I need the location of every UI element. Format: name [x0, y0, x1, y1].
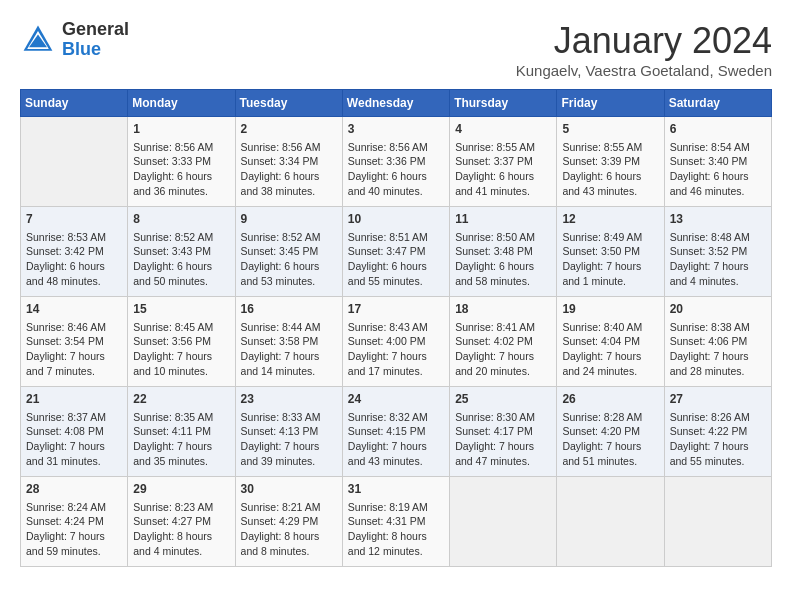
calendar-cell: 2Sunrise: 8:56 AM Sunset: 3:34 PM Daylig… [235, 117, 342, 207]
day-info: Sunrise: 8:35 AM Sunset: 4:11 PM Dayligh… [133, 410, 229, 469]
calendar-cell: 15Sunrise: 8:45 AM Sunset: 3:56 PM Dayli… [128, 297, 235, 387]
day-info: Sunrise: 8:50 AM Sunset: 3:48 PM Dayligh… [455, 230, 551, 289]
day-info: Sunrise: 8:32 AM Sunset: 4:15 PM Dayligh… [348, 410, 444, 469]
weekday-header-tuesday: Tuesday [235, 90, 342, 117]
calendar-cell: 17Sunrise: 8:43 AM Sunset: 4:00 PM Dayli… [342, 297, 449, 387]
calendar-week-5: 28Sunrise: 8:24 AM Sunset: 4:24 PM Dayli… [21, 477, 772, 567]
calendar-week-3: 14Sunrise: 8:46 AM Sunset: 3:54 PM Dayli… [21, 297, 772, 387]
day-number: 18 [455, 301, 551, 318]
day-number: 8 [133, 211, 229, 228]
logo-text: General Blue [62, 20, 129, 60]
day-info: Sunrise: 8:53 AM Sunset: 3:42 PM Dayligh… [26, 230, 122, 289]
calendar-cell: 10Sunrise: 8:51 AM Sunset: 3:47 PM Dayli… [342, 207, 449, 297]
calendar-week-2: 7Sunrise: 8:53 AM Sunset: 3:42 PM Daylig… [21, 207, 772, 297]
calendar-cell: 20Sunrise: 8:38 AM Sunset: 4:06 PM Dayli… [664, 297, 771, 387]
day-number: 7 [26, 211, 122, 228]
day-number: 25 [455, 391, 551, 408]
weekday-header-monday: Monday [128, 90, 235, 117]
day-info: Sunrise: 8:55 AM Sunset: 3:39 PM Dayligh… [562, 140, 658, 199]
day-number: 27 [670, 391, 766, 408]
day-info: Sunrise: 8:48 AM Sunset: 3:52 PM Dayligh… [670, 230, 766, 289]
day-info: Sunrise: 8:37 AM Sunset: 4:08 PM Dayligh… [26, 410, 122, 469]
calendar-cell: 19Sunrise: 8:40 AM Sunset: 4:04 PM Dayli… [557, 297, 664, 387]
day-number: 26 [562, 391, 658, 408]
logo: General Blue [20, 20, 129, 60]
day-number: 5 [562, 121, 658, 138]
calendar-cell: 27Sunrise: 8:26 AM Sunset: 4:22 PM Dayli… [664, 387, 771, 477]
calendar-cell: 9Sunrise: 8:52 AM Sunset: 3:45 PM Daylig… [235, 207, 342, 297]
day-number: 11 [455, 211, 551, 228]
day-info: Sunrise: 8:51 AM Sunset: 3:47 PM Dayligh… [348, 230, 444, 289]
day-number: 23 [241, 391, 337, 408]
calendar-cell: 25Sunrise: 8:30 AM Sunset: 4:17 PM Dayli… [450, 387, 557, 477]
day-info: Sunrise: 8:23 AM Sunset: 4:27 PM Dayligh… [133, 500, 229, 559]
day-info: Sunrise: 8:40 AM Sunset: 4:04 PM Dayligh… [562, 320, 658, 379]
day-number: 28 [26, 481, 122, 498]
calendar-table: SundayMondayTuesdayWednesdayThursdayFrid… [20, 89, 772, 567]
day-number: 20 [670, 301, 766, 318]
day-number: 13 [670, 211, 766, 228]
calendar-cell [664, 477, 771, 567]
day-number: 19 [562, 301, 658, 318]
day-info: Sunrise: 8:56 AM Sunset: 3:36 PM Dayligh… [348, 140, 444, 199]
day-number: 9 [241, 211, 337, 228]
title-block: January 2024 Kungaelv, Vaestra Goetaland… [516, 20, 772, 79]
calendar-cell: 29Sunrise: 8:23 AM Sunset: 4:27 PM Dayli… [128, 477, 235, 567]
calendar-cell: 11Sunrise: 8:50 AM Sunset: 3:48 PM Dayli… [450, 207, 557, 297]
day-number: 30 [241, 481, 337, 498]
day-number: 14 [26, 301, 122, 318]
day-number: 21 [26, 391, 122, 408]
calendar-week-1: 1Sunrise: 8:56 AM Sunset: 3:33 PM Daylig… [21, 117, 772, 207]
day-info: Sunrise: 8:26 AM Sunset: 4:22 PM Dayligh… [670, 410, 766, 469]
day-info: Sunrise: 8:46 AM Sunset: 3:54 PM Dayligh… [26, 320, 122, 379]
day-info: Sunrise: 8:56 AM Sunset: 3:33 PM Dayligh… [133, 140, 229, 199]
day-info: Sunrise: 8:44 AM Sunset: 3:58 PM Dayligh… [241, 320, 337, 379]
calendar-cell: 4Sunrise: 8:55 AM Sunset: 3:37 PM Daylig… [450, 117, 557, 207]
calendar-cell: 23Sunrise: 8:33 AM Sunset: 4:13 PM Dayli… [235, 387, 342, 477]
calendar-cell: 28Sunrise: 8:24 AM Sunset: 4:24 PM Dayli… [21, 477, 128, 567]
day-info: Sunrise: 8:52 AM Sunset: 3:45 PM Dayligh… [241, 230, 337, 289]
calendar-cell: 16Sunrise: 8:44 AM Sunset: 3:58 PM Dayli… [235, 297, 342, 387]
day-info: Sunrise: 8:24 AM Sunset: 4:24 PM Dayligh… [26, 500, 122, 559]
weekday-header-wednesday: Wednesday [342, 90, 449, 117]
day-info: Sunrise: 8:30 AM Sunset: 4:17 PM Dayligh… [455, 410, 551, 469]
page-header: General Blue January 2024 Kungaelv, Vaes… [20, 20, 772, 79]
calendar-cell [21, 117, 128, 207]
day-info: Sunrise: 8:56 AM Sunset: 3:34 PM Dayligh… [241, 140, 337, 199]
day-info: Sunrise: 8:38 AM Sunset: 4:06 PM Dayligh… [670, 320, 766, 379]
day-number: 1 [133, 121, 229, 138]
day-info: Sunrise: 8:41 AM Sunset: 4:02 PM Dayligh… [455, 320, 551, 379]
calendar-cell [450, 477, 557, 567]
day-number: 3 [348, 121, 444, 138]
day-number: 16 [241, 301, 337, 318]
day-info: Sunrise: 8:21 AM Sunset: 4:29 PM Dayligh… [241, 500, 337, 559]
day-info: Sunrise: 8:43 AM Sunset: 4:00 PM Dayligh… [348, 320, 444, 379]
day-number: 10 [348, 211, 444, 228]
day-info: Sunrise: 8:55 AM Sunset: 3:37 PM Dayligh… [455, 140, 551, 199]
calendar-cell: 26Sunrise: 8:28 AM Sunset: 4:20 PM Dayli… [557, 387, 664, 477]
weekday-header-saturday: Saturday [664, 90, 771, 117]
weekday-header-thursday: Thursday [450, 90, 557, 117]
logo-icon [20, 22, 56, 58]
calendar-cell: 13Sunrise: 8:48 AM Sunset: 3:52 PM Dayli… [664, 207, 771, 297]
calendar-cell: 5Sunrise: 8:55 AM Sunset: 3:39 PM Daylig… [557, 117, 664, 207]
weekday-header-sunday: Sunday [21, 90, 128, 117]
location: Kungaelv, Vaestra Goetaland, Sweden [516, 62, 772, 79]
day-info: Sunrise: 8:28 AM Sunset: 4:20 PM Dayligh… [562, 410, 658, 469]
calendar-cell: 22Sunrise: 8:35 AM Sunset: 4:11 PM Dayli… [128, 387, 235, 477]
calendar-cell: 12Sunrise: 8:49 AM Sunset: 3:50 PM Dayli… [557, 207, 664, 297]
calendar-cell: 1Sunrise: 8:56 AM Sunset: 3:33 PM Daylig… [128, 117, 235, 207]
day-info: Sunrise: 8:52 AM Sunset: 3:43 PM Dayligh… [133, 230, 229, 289]
day-number: 17 [348, 301, 444, 318]
calendar-cell: 14Sunrise: 8:46 AM Sunset: 3:54 PM Dayli… [21, 297, 128, 387]
day-number: 15 [133, 301, 229, 318]
day-info: Sunrise: 8:19 AM Sunset: 4:31 PM Dayligh… [348, 500, 444, 559]
day-number: 6 [670, 121, 766, 138]
day-number: 2 [241, 121, 337, 138]
weekday-header-friday: Friday [557, 90, 664, 117]
day-info: Sunrise: 8:49 AM Sunset: 3:50 PM Dayligh… [562, 230, 658, 289]
day-number: 12 [562, 211, 658, 228]
day-info: Sunrise: 8:54 AM Sunset: 3:40 PM Dayligh… [670, 140, 766, 199]
day-info: Sunrise: 8:45 AM Sunset: 3:56 PM Dayligh… [133, 320, 229, 379]
calendar-cell: 21Sunrise: 8:37 AM Sunset: 4:08 PM Dayli… [21, 387, 128, 477]
